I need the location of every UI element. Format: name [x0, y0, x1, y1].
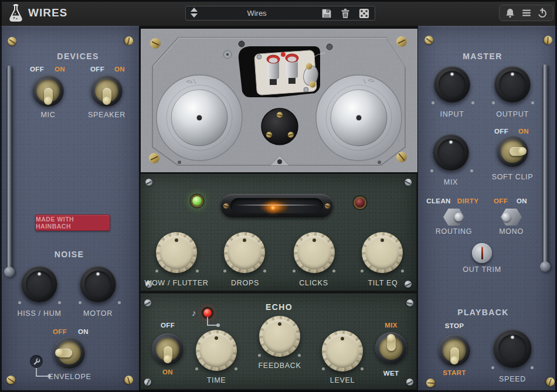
routing-dirty-label: DIRTY: [457, 197, 479, 204]
drops-label: DROPS: [231, 279, 259, 287]
tilt-eq-label: TILT EQ: [368, 279, 398, 287]
made-with-hainbach-badge[interactable]: MADE WITH HAINBACH: [35, 214, 110, 231]
app-title: WIRES: [28, 6, 67, 19]
knob-max-marker: [401, 270, 404, 272]
mix-knob[interactable]: [433, 134, 469, 171]
input-label: INPUT: [440, 110, 464, 118]
mic-toggle[interactable]: [32, 75, 64, 107]
screw: [424, 36, 433, 45]
input-knob[interactable]: [434, 66, 470, 103]
knob-min-marker: [491, 366, 494, 369]
knob-min-marker: [155, 270, 158, 272]
power-bypass-icon[interactable]: [537, 8, 548, 18]
clip-red-led: [355, 198, 365, 207]
preset-bar: Wires: [185, 6, 375, 21]
devices-header: DEVICES: [57, 52, 99, 61]
knob-max-marker: [118, 301, 121, 304]
notifications-bell-icon[interactable]: [505, 8, 515, 18]
mix-label: MIX: [444, 178, 458, 186]
knob-min-marker: [432, 101, 434, 104]
speaker-off-label: OFF: [90, 66, 104, 73]
screw: [145, 179, 152, 186]
echo-mix-wet-toggle[interactable]: [375, 332, 407, 364]
center-column: WOW / FLUTTER DROPS CLICKS TILT EQ ECHO …: [139, 26, 418, 392]
mic-off-label: OFF: [30, 66, 44, 73]
routing-toggle[interactable]: [443, 209, 464, 226]
screw: [405, 281, 412, 288]
knob-max-marker: [531, 101, 534, 104]
screw: [406, 379, 413, 386]
audiothing-flask-logo: [8, 4, 24, 22]
note-icon: ♪: [192, 308, 196, 318]
tape-recorder-graphic: [140, 28, 418, 173]
envelope-off-label: OFF: [53, 328, 67, 335]
speed-knob[interactable]: [493, 329, 532, 368]
echo-on-off-toggle[interactable]: [152, 333, 184, 365]
motor-label: MOTOR: [83, 309, 113, 318]
mono-on-label: ON: [517, 197, 527, 204]
motor-knob[interactable]: [80, 266, 116, 302]
preset-next-button[interactable]: [191, 13, 198, 18]
random-preset-dice-icon[interactable]: [359, 8, 369, 19]
hiss-hum-knob[interactable]: [21, 266, 57, 302]
preset-prev-button[interactable]: [191, 8, 198, 12]
save-preset-icon[interactable]: [321, 8, 332, 19]
knob-max-marker: [235, 367, 237, 370]
speaker-toggle[interactable]: [91, 75, 123, 107]
echo-time-knob[interactable]: [196, 330, 237, 371]
envelope-settings-wrench-icon[interactable]: [30, 355, 43, 368]
routing-label: ROUTING: [436, 227, 473, 236]
soft-clip-toggle[interactable]: [497, 135, 528, 167]
envelope-toggle[interactable]: [53, 337, 85, 369]
left-panel: DEVICES OFF ON OFF ON MIC SPEAKER MADE W…: [0, 26, 139, 392]
knob-min-marker: [79, 301, 81, 304]
speed-label: SPEED: [499, 375, 526, 383]
knob-max-marker: [58, 301, 61, 304]
knob-max-marker: [361, 367, 364, 370]
left-handle-rail: [6, 66, 12, 272]
soft-clip-label: SOFT CLIP: [492, 173, 534, 181]
delete-preset-icon[interactable]: [340, 8, 351, 19]
screw: [542, 34, 553, 46]
echo-level-knob[interactable]: [322, 330, 363, 371]
speaker-label: SPEAKER: [88, 111, 125, 119]
echo-header: ECHO: [266, 302, 293, 312]
noise-header: NOISE: [55, 250, 84, 259]
mono-off-label: OFF: [494, 197, 508, 204]
mono-toggle[interactable]: [501, 209, 522, 226]
knob-min-marker: [322, 367, 325, 370]
screw: [405, 298, 415, 308]
envelope-connector-line: [36, 368, 49, 377]
echo-feedback-knob[interactable]: [259, 316, 300, 357]
out-trim-knob[interactable]: [472, 243, 492, 263]
hiss-hum-label: HISS / HUM: [17, 309, 61, 318]
tilt-eq-knob[interactable]: [362, 232, 403, 273]
knob-max-marker: [196, 270, 199, 272]
menu-icon[interactable]: [521, 8, 532, 18]
echo-on-label: ON: [162, 369, 173, 376]
playback-start-stop-toggle[interactable]: [439, 335, 470, 366]
knob-max-marker: [470, 169, 473, 172]
echo-time-label: TIME: [207, 376, 226, 384]
knob-max-marker: [298, 354, 301, 357]
clicks-label: CLICKS: [299, 279, 328, 287]
output-knob[interactable]: [494, 66, 531, 103]
echo-sync-led[interactable]: [203, 309, 212, 317]
wow-flutter-knob[interactable]: [156, 232, 197, 273]
knob-max-marker: [263, 270, 266, 272]
tube-lamp-indicator: [220, 194, 333, 217]
screw: [143, 377, 153, 387]
softclip-off-label: OFF: [494, 128, 508, 135]
routing-clean-label: CLEAN: [426, 197, 451, 204]
screw: [123, 374, 135, 386]
clicks-knob[interactable]: [294, 232, 335, 273]
knob-min-marker: [18, 301, 21, 304]
echo-mix-label: MIX: [385, 322, 398, 329]
knob-min-marker: [430, 169, 433, 172]
knob-min-marker: [258, 354, 261, 357]
drops-knob[interactable]: [224, 232, 265, 273]
envelope-on-label: ON: [78, 328, 89, 335]
envelope-label: ENVELOPE: [49, 373, 91, 381]
preset-name[interactable]: Wires: [203, 9, 310, 18]
screw: [8, 37, 16, 46]
